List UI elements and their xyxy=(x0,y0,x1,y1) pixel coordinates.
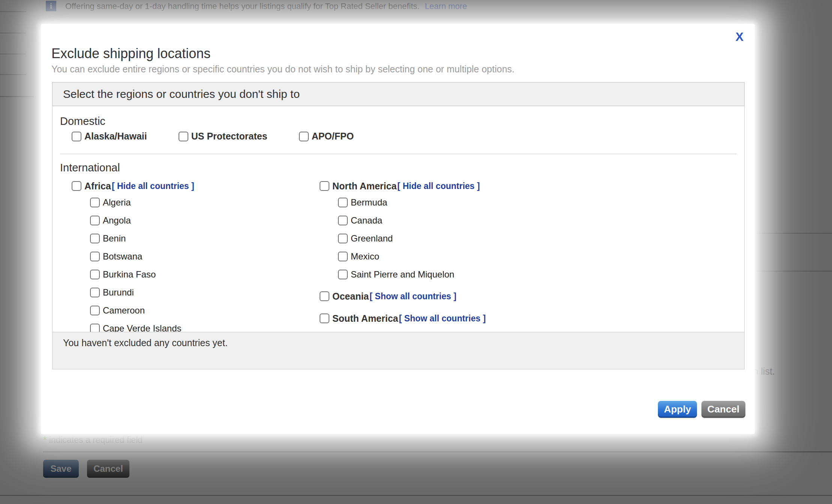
country-label[interactable]: Mexico xyxy=(351,251,379,262)
country-row: Benin xyxy=(90,230,194,248)
region-label-oceania[interactable]: Oceania xyxy=(332,291,369,302)
checkbox[interactable] xyxy=(90,288,100,297)
exclude-shipping-locations-dialog: X Exclude shipping locations You can exc… xyxy=(41,24,755,434)
country-label[interactable]: Burundi xyxy=(103,287,134,298)
country-row: Botswana xyxy=(90,248,194,266)
region-label-north-america[interactable]: North America xyxy=(332,181,396,192)
checkbox[interactable] xyxy=(72,132,81,141)
dialog-title: Exclude shipping locations xyxy=(51,46,210,62)
country-label[interactable]: Benin xyxy=(103,233,126,244)
checkbox[interactable] xyxy=(72,181,81,191)
country-label[interactable]: Angola xyxy=(103,215,131,226)
checkbox[interactable] xyxy=(338,216,348,225)
show-all-countries-link-south-america[interactable]: [ Show all countries ] xyxy=(399,314,486,324)
region-row-oceania: Oceania [ Show all countries ] xyxy=(320,289,486,304)
apply-button[interactable]: Apply xyxy=(658,401,697,418)
domestic-option: Alaska/Hawaii xyxy=(72,131,147,142)
international-left-column: Africa [ Hide all countries ] Algeria xyxy=(72,178,194,332)
panel-header: Select the regions or countries you don'… xyxy=(52,82,745,106)
section-divider xyxy=(60,154,737,154)
hide-all-countries-link-africa[interactable]: [ Hide all countries ] xyxy=(112,181,194,191)
checkbox[interactable] xyxy=(338,198,348,207)
country-row: Canada xyxy=(338,212,486,230)
checkbox[interactable] xyxy=(320,291,329,301)
region-row-africa: Africa [ Hide all countries ] xyxy=(72,178,194,194)
region-row-south-america: South America [ Show all countries ] xyxy=(320,311,486,326)
domestic-options: Alaska/Hawaii US Protectorates APO/FPO xyxy=(72,131,385,142)
checkbox[interactable] xyxy=(90,198,100,207)
checkbox[interactable] xyxy=(320,181,329,191)
country-row: Cameroon xyxy=(90,302,194,320)
north-america-country-list: Bermuda Canada Greenland xyxy=(338,194,486,284)
country-row: Angola xyxy=(90,212,194,230)
country-label[interactable]: Cameroon xyxy=(103,305,145,316)
country-row: Saint Pierre and Miquelon xyxy=(338,266,486,284)
modal-cancel-button[interactable]: Cancel xyxy=(701,401,745,418)
country-row: Bermuda xyxy=(338,194,486,212)
region-select-panel: Select the regions or countries you don'… xyxy=(52,82,745,369)
country-label[interactable]: Canada xyxy=(351,215,382,226)
checkbox[interactable] xyxy=(338,234,348,243)
checkbox[interactable] xyxy=(90,270,100,279)
checkbox[interactable] xyxy=(90,324,100,332)
dialog-subtitle: You can exclude entire regions or specif… xyxy=(51,64,515,75)
region-label-south-america[interactable]: South America xyxy=(332,313,398,324)
checkbox[interactable] xyxy=(338,252,348,261)
checkbox[interactable] xyxy=(90,216,100,225)
country-label[interactable]: Greenland xyxy=(351,233,393,244)
country-row: Greenland xyxy=(338,230,486,248)
country-label[interactable]: Algeria xyxy=(103,197,131,208)
country-label[interactable]: Botswana xyxy=(103,251,142,262)
international-right-column: North America [ Hide all countries ] Ber… xyxy=(320,178,486,326)
checkbox[interactable] xyxy=(299,132,309,141)
region-label-africa[interactable]: Africa xyxy=(84,181,111,192)
hide-all-countries-link-north-america[interactable]: [ Hide all countries ] xyxy=(397,181,480,191)
close-icon[interactable]: X xyxy=(736,31,743,43)
country-label[interactable]: Saint Pierre and Miquelon xyxy=(351,269,454,280)
checkbox[interactable] xyxy=(90,234,100,243)
domestic-option: US Protectorates xyxy=(179,131,267,142)
domestic-option-label[interactable]: APO/FPO xyxy=(312,131,354,142)
checkbox[interactable] xyxy=(90,252,100,261)
checkbox[interactable] xyxy=(320,314,329,323)
domestic-option-label[interactable]: US Protectorates xyxy=(191,131,267,142)
country-row: Burundi xyxy=(90,284,194,302)
country-label[interactable]: Cape Verde Islands xyxy=(103,323,181,332)
country-row: Burkina Faso xyxy=(90,266,194,284)
page: i Offering same-day or 1-day handling ti… xyxy=(0,0,832,504)
country-row: Algeria xyxy=(90,194,194,212)
country-label[interactable]: Burkina Faso xyxy=(103,269,156,280)
region-row-north-america: North America [ Hide all countries ] xyxy=(320,178,486,194)
country-row: Cape Verde Islands xyxy=(90,320,194,332)
checkbox[interactable] xyxy=(179,132,188,141)
country-label[interactable]: Bermuda xyxy=(351,197,387,208)
domestic-heading: Domestic xyxy=(60,115,105,128)
region-list-body: Domestic Alaska/Hawaii US Protectorates xyxy=(52,106,745,332)
excluded-countries-summary: You haven't excluded any countries yet. xyxy=(52,332,745,369)
checkbox[interactable] xyxy=(90,306,100,315)
checkbox[interactable] xyxy=(338,270,348,279)
africa-country-list: Algeria Angola Benin xyxy=(90,194,194,332)
show-all-countries-link-oceania[interactable]: [ Show all countries ] xyxy=(369,291,456,302)
international-heading: International xyxy=(60,162,120,174)
domestic-option-label[interactable]: Alaska/Hawaii xyxy=(84,131,147,142)
country-row: Mexico xyxy=(338,248,486,266)
domestic-option: APO/FPO xyxy=(299,131,354,142)
